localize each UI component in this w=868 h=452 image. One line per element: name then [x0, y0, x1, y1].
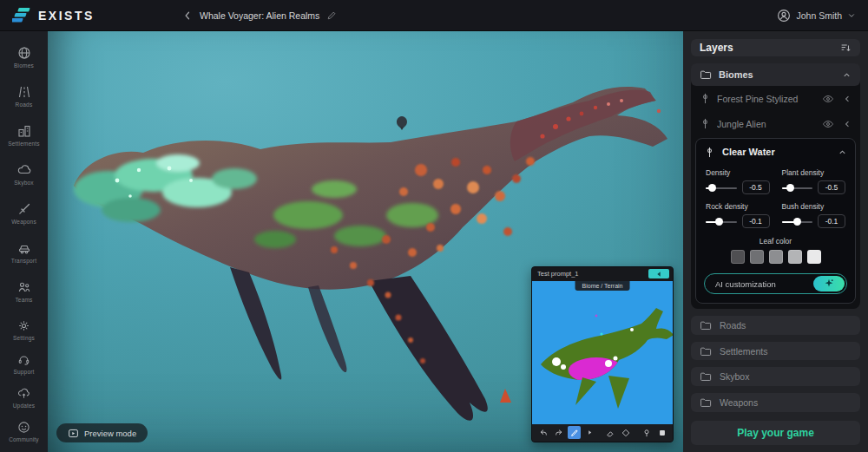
square-icon [658, 429, 667, 437]
leaf-color-group: Leaf color [696, 237, 855, 264]
triangle-left-icon [655, 271, 662, 278]
plant-density-slider[interactable] [782, 183, 813, 193]
knife-icon [17, 202, 31, 216]
sidebar-label: Skybox [14, 180, 34, 186]
biomes-section-header[interactable]: Biomes [691, 63, 860, 86]
sidebar-item-teams[interactable]: Teams [0, 276, 48, 307]
folder-icon [700, 319, 712, 331]
cloud-up-icon [17, 387, 30, 400]
sidebar-main-group: Biomes Roads Settlements Skybox [0, 42, 48, 307]
folder-icon [700, 370, 712, 383]
rock-density-slider[interactable] [706, 217, 737, 226]
sidebar-item-roads[interactable]: Roads [0, 81, 48, 112]
select-tool-button[interactable] [655, 426, 668, 439]
sidebar-item-biomes[interactable]: Biomes [0, 42, 48, 73]
leaf-color-swatch[interactable] [750, 250, 764, 264]
exists-logo-icon [12, 7, 31, 24]
layer-name: Jungle Alien [717, 119, 816, 129]
headset-icon [17, 353, 30, 366]
visibility-toggle-icon[interactable] [822, 94, 834, 104]
sidebar-label: Weapons [11, 219, 36, 225]
preview-mode-button[interactable]: Preview mode [56, 423, 148, 442]
redo-button[interactable] [552, 426, 565, 439]
layers-panel-header: Layers [691, 39, 860, 56]
leaf-color-swatch[interactable] [788, 250, 802, 264]
sidebar-label: Updates [13, 403, 36, 409]
world-viewport[interactable]: Preview mode Test prompt_1 [48, 31, 683, 452]
layer-row-forest-pine[interactable]: Forest Pine Stylized [691, 86, 860, 111]
sort-layers-icon[interactable] [839, 42, 852, 54]
fill-tool-button[interactable] [620, 426, 633, 439]
layer-adjust-icon [700, 118, 711, 129]
layers-title: Layers [700, 42, 733, 54]
chevron-left-icon[interactable] [843, 120, 852, 128]
brush-options-caret[interactable] [583, 426, 596, 439]
ai-generate-button[interactable] [813, 276, 845, 292]
bush-density-slider[interactable] [782, 217, 813, 226]
folder-icon [700, 69, 712, 81]
sidebar-item-skybox[interactable]: Skybox [0, 159, 48, 190]
visibility-toggle-icon[interactable] [822, 119, 834, 129]
leaf-color-swatch[interactable] [769, 250, 783, 264]
sidebar-footer-group: Settings Support Updates [0, 315, 48, 447]
layer-adjust-icon [704, 147, 715, 158]
sidebar-item-transport[interactable]: Transport [0, 237, 48, 268]
sidebar-item-weapons[interactable]: Weapons [0, 198, 48, 229]
floating-balloon [397, 116, 407, 130]
clear-water-header[interactable]: Clear Water [696, 139, 855, 165]
caret-right-icon [587, 429, 593, 436]
sparkle-icon [823, 278, 835, 290]
minimap-canvas[interactable]: Biome / Terrain [532, 281, 673, 424]
edit-pencil-icon[interactable] [326, 10, 337, 21]
sidebar-item-settlements[interactable]: Settlements [0, 120, 48, 151]
folder-icon [700, 396, 712, 409]
buildings-icon [17, 124, 31, 138]
plant-density-value[interactable]: -0.5 [818, 180, 845, 194]
car-icon [17, 241, 31, 255]
play-your-game-button[interactable]: Play your game [691, 421, 860, 445]
leaf-color-swatch[interactable] [807, 250, 821, 264]
leaf-color-swatches [696, 250, 855, 264]
minimap-collapse-button[interactable] [648, 269, 669, 278]
preview-mode-label: Preview mode [84, 429, 136, 438]
user-menu[interactable]: John Smith [777, 9, 856, 23]
section-label: Weapons [720, 397, 758, 408]
layer-name: Clear Water [722, 147, 775, 157]
section-skybox[interactable]: Skybox [691, 367, 860, 386]
sidebar-label: Biomes [14, 62, 34, 69]
density-control: Density -0.5 [706, 168, 770, 194]
sidebar-item-settings[interactable]: Settings [0, 315, 48, 345]
section-roads[interactable]: Roads [691, 316, 860, 335]
brush-tool-button[interactable] [568, 426, 581, 439]
redo-icon [555, 429, 563, 437]
rock-density-value[interactable]: -0.1 [742, 214, 770, 228]
sidebar-item-community[interactable]: Community [0, 416, 48, 447]
density-value[interactable]: -0.5 [742, 180, 770, 194]
chevron-left-icon[interactable] [843, 95, 852, 103]
bush-density-control: Bush density -0.1 [782, 202, 846, 228]
undo-button[interactable] [536, 426, 549, 439]
minimap-prompt-title: Test prompt_1 [537, 270, 648, 278]
back-chevron-icon[interactable] [182, 10, 193, 21]
sidebar-item-updates[interactable]: Updates [0, 383, 48, 413]
sidebar-label: Teams [15, 297, 32, 303]
section-settlements[interactable]: Settlements [691, 342, 860, 361]
minimap-mode-tab[interactable]: Biome / Terrain [575, 281, 630, 291]
brush-icon [570, 429, 579, 437]
clear-water-controls: Density -0.5 Plant density [696, 165, 855, 228]
section-weapons[interactable]: Weapons [691, 393, 860, 412]
eraser-tool-button[interactable] [604, 426, 617, 439]
control-label: Density [706, 168, 770, 177]
sidebar-item-support[interactable]: Support [0, 349, 48, 379]
density-slider[interactable] [706, 183, 737, 193]
control-label: Bush density [782, 202, 846, 211]
section-label: Settlements [720, 346, 767, 357]
pin-tool-button[interactable] [640, 426, 653, 439]
leaf-color-swatch[interactable] [731, 250, 745, 264]
layer-row-jungle-alien[interactable]: Jungle Alien [691, 111, 860, 136]
folder-icon [700, 345, 712, 357]
section-label: Roads [720, 320, 746, 331]
app-logo[interactable]: EXISTS [12, 7, 95, 24]
bush-density-value[interactable]: -0.1 [818, 214, 845, 228]
sidebar-label: Support [13, 369, 34, 375]
